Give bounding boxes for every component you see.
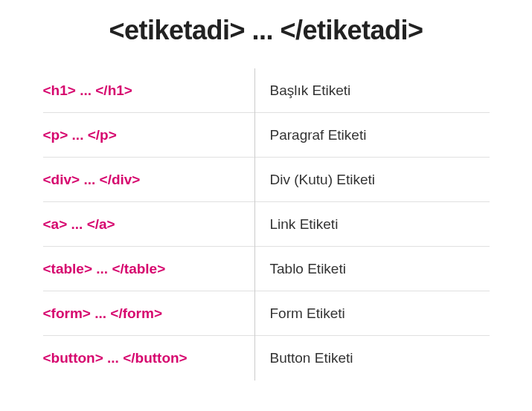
code-cell: <table> ... </table> — [43, 247, 254, 291]
code-cell: <div> ... </div> — [43, 158, 254, 202]
desc-cell: Div (Kutu) Etiketi — [255, 158, 490, 202]
code-cell: <button> ... </button> — [43, 336, 254, 381]
desc-cell: Başlık Etiketi — [255, 68, 490, 113]
desc-cell: Form Etiketi — [255, 291, 490, 336]
code-cell: <a> ... </a> — [43, 202, 254, 247]
desc-cell: Button Etiketi — [255, 336, 490, 381]
desc-column: Başlık Etiketi Paragraf Etiketi Div (Kut… — [255, 68, 490, 381]
desc-cell: Link Etiketi — [255, 202, 490, 247]
code-cell: <p> ... </p> — [43, 113, 254, 158]
page-title: <etiketadi> ... </etiketadi> — [0, 15, 532, 46]
tag-table: <h1> ... </h1> <p> ... </p> <div> ... </… — [43, 68, 490, 381]
desc-cell: Tablo Etiketi — [255, 247, 490, 291]
code-cell: <h1> ... </h1> — [43, 68, 254, 113]
code-cell: <form> ... </form> — [43, 291, 254, 336]
desc-cell: Paragraf Etiketi — [255, 113, 490, 158]
code-column: <h1> ... </h1> <p> ... </p> <div> ... </… — [43, 68, 255, 381]
